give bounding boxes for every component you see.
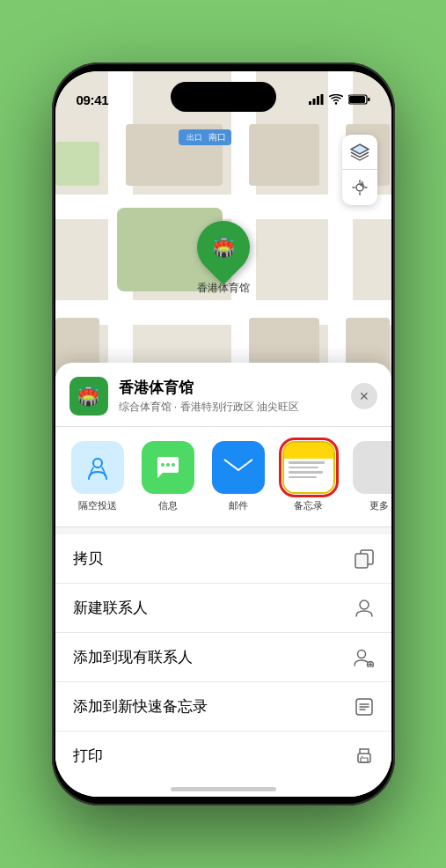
notes-label: 备忘录 (294, 499, 323, 512)
copy-label: 拷贝 (73, 548, 103, 569)
status-time: 09:41 (77, 92, 109, 107)
action-print[interactable]: 打印 (55, 732, 391, 780)
airdrop-label: 隔空投送 (78, 499, 117, 512)
add-to-contact-label: 添加到现有联系人 (73, 647, 193, 667)
venue-icon: 🏟️ (69, 377, 108, 416)
svg-rect-1 (312, 99, 315, 105)
svg-rect-7 (368, 98, 370, 101)
svg-point-9 (93, 459, 102, 467)
quick-note-label: 添加到新快速备忘录 (73, 696, 208, 717)
svg-rect-2 (317, 96, 319, 105)
action-quick-note[interactable]: 添加到新快速备忘录 (55, 682, 391, 732)
notes-icon (282, 441, 335, 494)
action-add-to-contact[interactable]: 添加到现有联系人 (55, 633, 391, 682)
venue-subtitle: 综合体育馆 · 香港特别行政区 油尖旺区 (119, 400, 340, 415)
battery-icon (348, 94, 370, 105)
bottom-sheet: 🏟️ 香港体育馆 综合体育馆 · 香港特别行政区 油尖旺区 ✕ (55, 363, 391, 797)
more-apps-icon (353, 441, 391, 494)
sheet-header: 🏟️ 香港体育馆 综合体育馆 · 香港特别行政区 油尖旺区 ✕ (55, 363, 391, 427)
add-contact-icon (353, 648, 374, 667)
new-contact-icon (355, 599, 374, 618)
svg-point-10 (161, 463, 165, 467)
airdrop-icon (71, 441, 124, 494)
share-more[interactable]: 更多 (347, 441, 391, 512)
action-new-contact[interactable]: 新建联系人 (55, 584, 391, 633)
map-controls (342, 135, 377, 205)
action-copy[interactable]: 拷贝 (55, 534, 391, 584)
share-airdrop[interactable]: 隔空投送 (66, 441, 129, 512)
wifi-icon (329, 94, 343, 105)
copy-icon (355, 549, 374, 569)
svg-point-16 (360, 600, 369, 609)
svg-rect-15 (355, 554, 368, 568)
share-row: 隔空投送 信息 (55, 427, 391, 527)
map-layers-button[interactable] (342, 135, 377, 170)
close-button[interactable]: ✕ (351, 383, 377, 409)
mail-label: 邮件 (229, 499, 248, 512)
quick-note-icon (355, 697, 374, 717)
location-button[interactable] (342, 170, 377, 205)
svg-point-11 (166, 463, 170, 467)
print-label: 打印 (73, 746, 103, 766)
home-indicator (171, 787, 276, 791)
share-messages[interactable]: 信息 (136, 441, 200, 512)
venue-name: 香港体育馆 (119, 378, 340, 398)
venue-info: 香港体育馆 综合体育馆 · 香港特别行政区 油尖旺区 (119, 378, 340, 415)
location-pin: 🏟️ 香港体育馆 (197, 221, 250, 296)
phone-screen: 09:41 (55, 71, 391, 797)
svg-point-17 (357, 650, 365, 658)
svg-rect-0 (309, 101, 311, 105)
map-exit-label: 出口 南口 (179, 129, 232, 145)
status-icons (309, 94, 370, 105)
phone-frame: 09:41 (52, 63, 395, 805)
svg-point-12 (172, 463, 175, 467)
svg-rect-6 (349, 96, 365, 103)
home-indicator-area (55, 780, 391, 797)
svg-rect-13 (224, 457, 252, 478)
signal-icon (309, 94, 324, 105)
share-notes[interactable]: 备忘录 (277, 441, 340, 512)
print-icon (355, 747, 374, 766)
messages-icon (142, 441, 194, 494)
svg-point-4 (334, 102, 336, 104)
svg-rect-3 (320, 94, 323, 105)
share-mail[interactable]: 邮件 (207, 441, 270, 512)
more-label: 更多 (369, 499, 389, 512)
new-contact-label: 新建联系人 (73, 598, 148, 618)
svg-point-22 (361, 755, 362, 757)
mail-icon (212, 441, 265, 494)
messages-label: 信息 (158, 499, 178, 512)
dynamic-island (171, 82, 276, 112)
action-list: 拷贝 新建联系人 添加到现有联系人 (55, 534, 391, 780)
